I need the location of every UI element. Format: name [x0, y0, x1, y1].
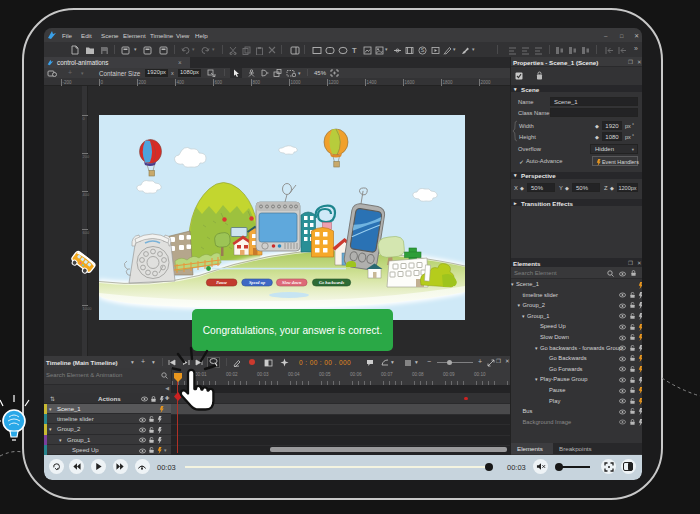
svg-text:Slow down: Slow down [282, 280, 302, 285]
svg-text:Speed up: Speed up [249, 280, 266, 285]
svg-text:Go backwards: Go backwards [319, 280, 345, 285]
svg-text:Pause: Pause [216, 280, 227, 285]
svg-text:S: S [421, 47, 425, 53]
